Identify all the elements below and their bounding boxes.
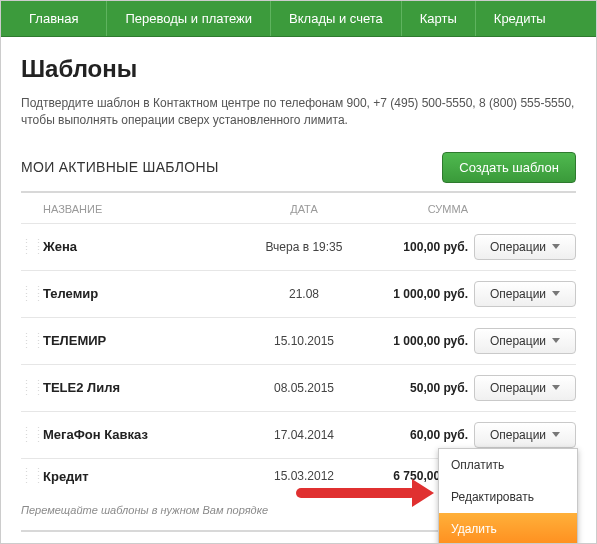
template-date: 15.03.2012 [249,469,359,483]
operations-button[interactable]: Операции [474,328,576,354]
operations-label: Операции [490,334,546,348]
template-name: Телемир [43,286,249,301]
table-row: ⋮⋮⋮⋮Телемир21.081 000,00 руб.Операции [21,270,576,317]
table-header: НАЗВАНИЕ ДАТА СУММА [21,193,576,223]
drag-handle-icon[interactable]: ⋮⋮⋮⋮ [21,334,43,348]
operations-label: Операции [490,287,546,301]
template-sum: 1 000,00 руб. [359,287,474,301]
drag-handle-icon[interactable]: ⋮⋮⋮⋮ [21,240,43,254]
nav-deposits[interactable]: Вклады и счета [271,1,402,36]
operations-button[interactable]: Операции [474,375,576,401]
table-row: ⋮⋮⋮⋮ТЕЛЕМИР15.10.20151 000,00 руб.Операц… [21,317,576,364]
drag-handle-icon[interactable]: ⋮⋮⋮⋮ [21,469,43,483]
drag-handle-icon[interactable]: ⋮⋮⋮⋮ [21,381,43,395]
template-date: 21.08 [249,287,359,301]
nav-cards[interactable]: Карты [402,1,476,36]
template-date: 15.10.2015 [249,334,359,348]
template-name: Жена [43,239,249,254]
drag-handle-icon[interactable]: ⋮⋮⋮⋮ [21,287,43,301]
create-template-button[interactable]: Создать шаблон [442,152,576,183]
chevron-down-icon [552,385,560,390]
operations-button[interactable]: Операции [474,234,576,260]
dropdown-delete[interactable]: Удалить [439,513,577,544]
operations-dropdown: Оплатить Редактировать Удалить [438,448,578,544]
chevron-down-icon [552,244,560,249]
drag-handle-icon[interactable]: ⋮⋮⋮⋮ [21,428,43,442]
template-sum: 100,00 руб. [359,240,474,254]
nav-home[interactable]: Главная [1,1,107,36]
operations-label: Операции [490,381,546,395]
template-name: TELE2 Лиля [43,380,249,395]
template-sum: 1 000,00 руб. [359,334,474,348]
main-nav: Главная Переводы и платежи Вклады и счет… [1,1,596,37]
col-name: НАЗВАНИЕ [43,203,249,215]
template-date: 17.04.2014 [249,428,359,442]
nav-credits[interactable]: Кредиты [476,1,564,36]
dropdown-pay[interactable]: Оплатить [439,449,577,481]
table-row: ⋮⋮⋮⋮TELE2 Лиля08.05.201550,00 руб.Операц… [21,364,576,411]
chevron-down-icon [552,338,560,343]
dropdown-edit[interactable]: Редактировать [439,481,577,513]
template-name: ТЕЛЕМИР [43,333,249,348]
active-templates-title: МОИ АКТИВНЫЕ ШАБЛОНЫ [21,159,219,175]
annotation-arrow [296,488,416,498]
template-date: Вчера в 19:35 [249,240,359,254]
table-row: ⋮⋮⋮⋮ЖенаВчера в 19:35100,00 руб.Операции [21,223,576,270]
nav-transfers[interactable]: Переводы и платежи [107,1,271,36]
template-name: МегаФон Кавказ [43,427,249,442]
page-title: Шаблоны [21,55,576,83]
chevron-down-icon [552,291,560,296]
col-sum: СУММА [359,203,474,215]
col-date: ДАТА [249,203,359,215]
operations-label: Операции [490,428,546,442]
template-sum: 60,00 руб. [359,428,474,442]
template-name: Кредит [43,469,249,484]
operations-label: Операции [490,240,546,254]
chevron-down-icon [552,432,560,437]
operations-button[interactable]: Операции [474,281,576,307]
template-date: 08.05.2015 [249,381,359,395]
info-text: Подтвердите шаблон в Контактном центре п… [21,95,576,130]
operations-button[interactable]: Операции [474,422,576,448]
template-sum: 50,00 руб. [359,381,474,395]
